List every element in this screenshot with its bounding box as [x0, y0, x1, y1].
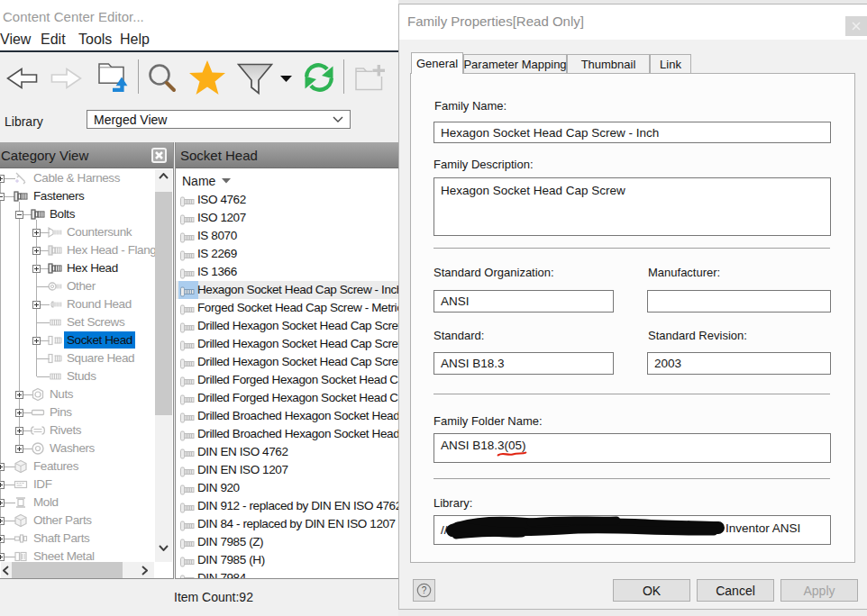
svg-text:?: ?: [422, 585, 427, 595]
